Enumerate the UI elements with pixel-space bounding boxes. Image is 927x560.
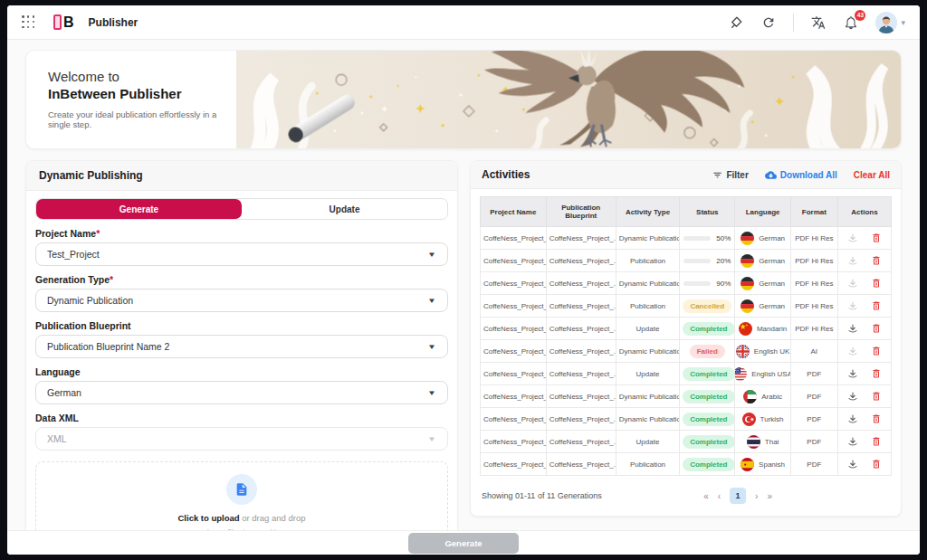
pager-prev-button[interactable]: ‹ (718, 491, 721, 501)
clear-all-button[interactable]: Clear All (854, 170, 890, 180)
cell-actions (837, 250, 891, 272)
delete-button[interactable] (871, 323, 882, 334)
sign-icon[interactable] (728, 14, 744, 31)
delete-button[interactable] (871, 255, 882, 266)
file-upload-dropzone[interactable]: Click to upload or drag and drop (max. f… (35, 461, 448, 530)
cell-project-name: CoffeNess_Project_... (481, 250, 547, 272)
delete-button[interactable] (871, 233, 882, 243)
pager-last-button[interactable]: » (767, 491, 772, 501)
banner-illustration (236, 51, 901, 148)
trash-icon (871, 459, 882, 470)
language-select[interactable]: German▼ (35, 381, 448, 404)
flag-ae-icon (743, 390, 757, 403)
delete-button[interactable] (871, 368, 882, 379)
cell-publication-blueprint: CoffeNess_Project_... (546, 408, 616, 431)
flag-us-icon (735, 367, 747, 381)
pagination-summary: Showing 01-11 of 11 Generations (482, 491, 602, 500)
cell-publication-blueprint: CoffeNess_Project_... (546, 340, 616, 363)
delete-button[interactable] (871, 391, 882, 402)
activity-row: CoffeNess_Project_...CoffeNess_Project_.… (481, 227, 892, 250)
download-button (847, 278, 858, 289)
cell-actions (837, 340, 891, 363)
download-button[interactable] (847, 368, 858, 379)
cell-project-name: CoffeNess_Project_... (481, 408, 547, 431)
cell-project-name: CoffeNess_Project_... (481, 227, 547, 250)
flag-es-icon (741, 458, 754, 471)
cell-project-name: CoffeNess_Project_... (481, 431, 547, 453)
download-button[interactable] (847, 323, 858, 334)
download-button (847, 233, 858, 243)
cell-activity-type: Dynamic Publication (616, 385, 679, 408)
trash-icon (871, 233, 882, 243)
trash-icon (871, 300, 882, 311)
cell-activity-type: Publication (616, 295, 679, 318)
cell-actions (837, 318, 891, 340)
progress-bar: 90% (683, 280, 731, 288)
delete-button[interactable] (871, 413, 882, 424)
trash-icon (871, 255, 882, 266)
mode-tabs: Generate Update (35, 198, 448, 220)
cell-activity-type: Publication (616, 250, 679, 272)
cell-status: Completed (680, 385, 735, 408)
download-button[interactable] (847, 413, 858, 424)
project-name-select[interactable]: Test_Project▼ (35, 242, 448, 266)
flag-de-icon (741, 277, 754, 290)
user-menu[interactable]: ▾ (875, 12, 905, 33)
pager-next-button[interactable]: › (755, 491, 758, 501)
topbar: B Publisher (7, 5, 920, 40)
publication-blueprint-select[interactable]: Publication Blueprint Name 2▼ (35, 335, 448, 358)
cell-project-name: CoffeNess_Project_... (481, 318, 547, 340)
cell-project-name: CoffeNess_Project_... (481, 453, 547, 476)
download-button[interactable] (847, 459, 858, 470)
cell-project-name: CoffeNess_Project_... (481, 340, 547, 363)
topbar-divider (793, 14, 794, 32)
delete-button[interactable] (871, 278, 882, 289)
filter-button[interactable]: Filter (712, 170, 748, 180)
cell-activity-type: Dynamic Publication (616, 227, 679, 250)
pager-first-button[interactable]: « (703, 491, 709, 501)
download-button[interactable] (847, 391, 858, 402)
progress-bar: 50% (683, 234, 731, 242)
status-badge: Completed (683, 435, 734, 449)
upload-file-icon (226, 474, 257, 505)
generation-type-select[interactable]: Dynamic Publication▼ (35, 289, 448, 312)
download-button[interactable] (847, 436, 858, 447)
app-launcher-icon[interactable] (22, 15, 35, 29)
translate-icon[interactable] (810, 14, 827, 31)
delete-button[interactable] (871, 300, 882, 311)
cell-status: Completed (680, 363, 735, 385)
cell-format: PDF (790, 431, 837, 453)
cell-status: Completed (680, 453, 735, 476)
delete-button[interactable] (871, 459, 882, 470)
cell-publication-blueprint: CoffeNess_Project_... (546, 385, 616, 408)
progress-bar: 20% (683, 257, 731, 265)
generation-type-label: Generation Type* (35, 274, 448, 285)
inbetween-logo: B (53, 14, 74, 31)
banner-app-name: InBetween Publisher (48, 86, 236, 101)
cell-format: PDF Hi Res (790, 295, 837, 318)
cell-language: German (735, 272, 790, 295)
download-all-button[interactable]: Download All (765, 169, 837, 181)
chevron-down-icon: ▼ (427, 343, 436, 351)
flag-tr-icon (742, 413, 756, 426)
activities-table-body: CoffeNess_Project_...CoffeNess_Project_.… (481, 227, 892, 476)
cell-activity-type: Dynamic Publication (616, 272, 679, 295)
delete-button[interactable] (871, 436, 882, 447)
activity-row: CoffeNess_Project_...CoffeNess_Project_.… (481, 272, 892, 295)
data-xml-label: Data XML (35, 413, 448, 423)
download-icon (847, 459, 858, 470)
refresh-icon[interactable] (760, 14, 777, 31)
tab-update[interactable]: Update (242, 199, 447, 219)
col-language: Language (735, 197, 790, 227)
cell-publication-blueprint: CoffeNess_Project_... (546, 318, 616, 340)
pager-current-page[interactable]: 1 (730, 488, 746, 504)
cell-format: PDF (790, 408, 837, 431)
delete-button[interactable] (871, 346, 882, 356)
activity-row: CoffeNess_Project_...CoffeNess_Project_.… (481, 363, 892, 385)
cell-status: Completed (680, 318, 735, 340)
cell-status: Cancelled (680, 295, 735, 318)
generate-submit-button[interactable]: Generate (408, 533, 518, 554)
notifications-bell-icon[interactable]: 43 (843, 14, 859, 31)
col-activity-type: Activity Type (616, 197, 679, 227)
tab-generate[interactable]: Generate (36, 199, 242, 219)
